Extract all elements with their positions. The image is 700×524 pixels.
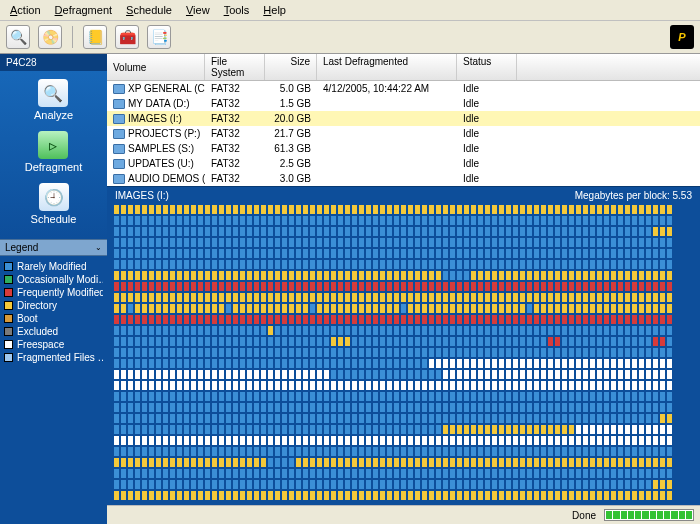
drive-icon	[113, 159, 125, 169]
drive-icon	[113, 84, 125, 94]
legend-item[interactable]: Boot	[4, 312, 103, 325]
volume-list-header: Volume File System Size Last Defragmente…	[107, 54, 700, 81]
defragment-icon: ▹	[38, 131, 68, 159]
legend-item[interactable]: Rarely Modified	[4, 260, 103, 273]
toolbar-settings-icon[interactable]: 📑	[147, 25, 171, 49]
legend-label: Occasionally Modi…	[17, 274, 103, 285]
legend-item[interactable]: Occasionally Modi…	[4, 273, 103, 286]
sidebar-actions: 🔍 Analyze ▹ Defragment 🕘 Schedule	[0, 71, 107, 239]
volume-list: XP GENERAL (C:)FAT325.0 GB4/12/2005, 10:…	[107, 81, 700, 186]
drive-icon	[113, 174, 125, 184]
drive-icon	[113, 144, 125, 154]
drive-icon	[113, 99, 125, 109]
legend-item[interactable]: Fragmented Files …	[4, 351, 103, 364]
legend-swatch	[4, 340, 13, 349]
status-bar: Done	[107, 505, 700, 524]
volume-row[interactable]: IMAGES (I:)FAT3220.0 GBIdle	[107, 111, 700, 126]
map-block-info: Megabytes per block: 5.53	[575, 190, 692, 201]
menu-schedule[interactable]: Schedule	[120, 2, 178, 18]
chevron-down-icon: ⌄	[95, 243, 102, 252]
drive-icon	[113, 129, 125, 139]
main-area: Volume File System Size Last Defragmente…	[107, 54, 700, 524]
volume-row[interactable]: SAMPLES (S:)FAT3261.3 GBIdle	[107, 141, 700, 156]
volume-row[interactable]: MY DATA (D:)FAT321.5 GBIdle	[107, 96, 700, 111]
legend-label: Freespace	[17, 339, 64, 350]
legend-item[interactable]: Freespace	[4, 338, 103, 351]
toolbar-separator	[72, 26, 73, 48]
sidebar-item-label: Schedule	[31, 213, 77, 225]
app-logo-icon: P	[670, 25, 694, 49]
volume-row[interactable]: AUDIO DEMOS (W:)FAT323.0 GBIdle	[107, 171, 700, 186]
menu-view[interactable]: View	[180, 2, 216, 18]
menubar: Action Defragment Schedule View Tools He…	[0, 0, 700, 21]
menu-help[interactable]: Help	[257, 2, 292, 18]
toolbar-defragment-icon[interactable]: 📀	[38, 25, 62, 49]
volume-row[interactable]: UPDATES (U:)FAT322.5 GBIdle	[107, 156, 700, 171]
status-label: Done	[572, 510, 596, 521]
legend-label: Rarely Modified	[17, 261, 86, 272]
legend-item[interactable]: Excluded	[4, 325, 103, 338]
sidebar: P4C28 🔍 Analyze ▹ Defragment 🕘 Schedule …	[0, 54, 107, 524]
volume-row[interactable]: PROJECTS (P:)FAT3221.7 GBIdle	[107, 126, 700, 141]
legend-label: Frequently Modified	[17, 287, 103, 298]
legend-panel: Rarely ModifiedOccasionally Modi…Frequen…	[0, 256, 107, 524]
toolbar: 🔍 📀 📒 🧰 📑 P	[0, 21, 700, 54]
map-volume-title: IMAGES (I:)	[115, 190, 169, 201]
cluster-map-canvas	[113, 204, 694, 501]
legend-item[interactable]: Frequently Modified	[4, 286, 103, 299]
volume-row[interactable]: XP GENERAL (C:)FAT325.0 GB4/12/2005, 10:…	[107, 81, 700, 96]
sidebar-item-label: Analyze	[34, 109, 73, 121]
cluster-map: IMAGES (I:) Megabytes per block: 5.53	[107, 186, 700, 505]
legend-swatch	[4, 327, 13, 336]
legend-swatch	[4, 262, 13, 271]
legend-swatch	[4, 353, 13, 362]
legend-label: Directory	[17, 300, 57, 311]
sidebar-analyze[interactable]: 🔍 Analyze	[34, 79, 73, 121]
progress-bar	[604, 509, 694, 521]
legend-label: Boot	[17, 313, 38, 324]
legend-swatch	[4, 275, 13, 284]
legend-label: Excluded	[17, 326, 58, 337]
col-size[interactable]: Size	[265, 54, 317, 80]
analyze-icon: 🔍	[38, 79, 68, 107]
menu-defragment[interactable]: Defragment	[49, 2, 118, 18]
toolbar-properties-icon[interactable]: 🧰	[115, 25, 139, 49]
col-status[interactable]: Status	[457, 54, 517, 80]
legend-header[interactable]: Legend ⌄	[0, 239, 107, 256]
drive-icon	[113, 114, 125, 124]
col-last-defragmented[interactable]: Last Defragmented	[317, 54, 457, 80]
toolbar-schedule-icon[interactable]: 📒	[83, 25, 107, 49]
sidebar-schedule[interactable]: 🕘 Schedule	[31, 183, 77, 225]
sidebar-defragment[interactable]: ▹ Defragment	[25, 131, 82, 173]
app-window: Action Defragment Schedule View Tools He…	[0, 0, 700, 524]
sidebar-item-label: Defragment	[25, 161, 82, 173]
legend-label: Fragmented Files …	[17, 352, 103, 363]
computer-name: P4C28	[0, 54, 107, 71]
legend-item[interactable]: Directory	[4, 299, 103, 312]
toolbar-analyze-icon[interactable]: 🔍	[6, 25, 30, 49]
schedule-icon: 🕘	[39, 183, 69, 211]
col-volume[interactable]: Volume	[107, 54, 205, 80]
menu-action[interactable]: Action	[4, 2, 47, 18]
col-filesystem[interactable]: File System	[205, 54, 265, 80]
legend-swatch	[4, 314, 13, 323]
legend-swatch	[4, 288, 13, 297]
menu-tools[interactable]: Tools	[218, 2, 256, 18]
legend-swatch	[4, 301, 13, 310]
